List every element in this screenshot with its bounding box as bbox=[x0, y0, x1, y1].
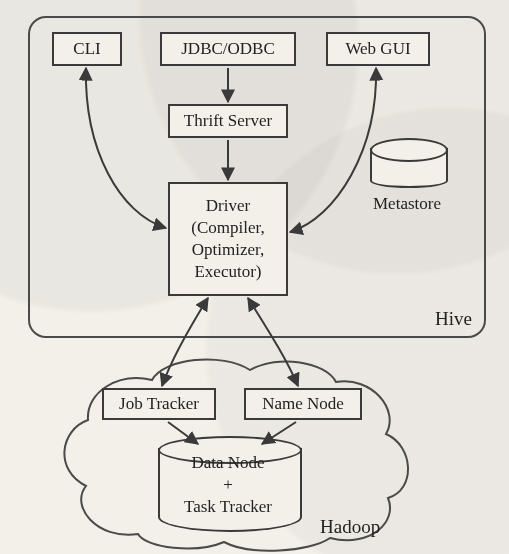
webgui-box: Web GUI bbox=[326, 32, 430, 66]
datanode-l1: Data Node bbox=[191, 453, 264, 472]
datanode-l3: Task Tracker bbox=[184, 497, 272, 516]
driver-l3: Optimizer, bbox=[191, 239, 264, 261]
job-tracker-box: Job Tracker bbox=[102, 388, 216, 420]
metastore-cylinder bbox=[370, 148, 448, 188]
hive-label: Hive bbox=[435, 308, 472, 330]
job-tracker-label: Job Tracker bbox=[119, 393, 199, 415]
datanode-text: Data Node + Task Tracker bbox=[158, 452, 298, 518]
jdbc-label: JDBC/ODBC bbox=[181, 38, 275, 60]
driver-l2: (Compiler, bbox=[191, 217, 264, 239]
thrift-server-box: Thrift Server bbox=[168, 104, 288, 138]
name-node-box: Name Node bbox=[244, 388, 362, 420]
cli-label: CLI bbox=[73, 38, 100, 60]
name-node-label: Name Node bbox=[262, 393, 344, 415]
driver-l4: Executor) bbox=[191, 261, 264, 283]
metastore-label: Metastore bbox=[352, 194, 462, 214]
driver-box: Driver (Compiler, Optimizer, Executor) bbox=[168, 182, 288, 296]
driver-l1: Driver bbox=[191, 195, 264, 217]
webgui-label: Web GUI bbox=[345, 38, 410, 60]
thrift-label: Thrift Server bbox=[184, 110, 272, 132]
datanode-l2: + bbox=[223, 475, 233, 494]
cli-box: CLI bbox=[52, 32, 122, 66]
jdbc-box: JDBC/ODBC bbox=[160, 32, 296, 66]
hadoop-label: Hadoop bbox=[320, 516, 380, 538]
